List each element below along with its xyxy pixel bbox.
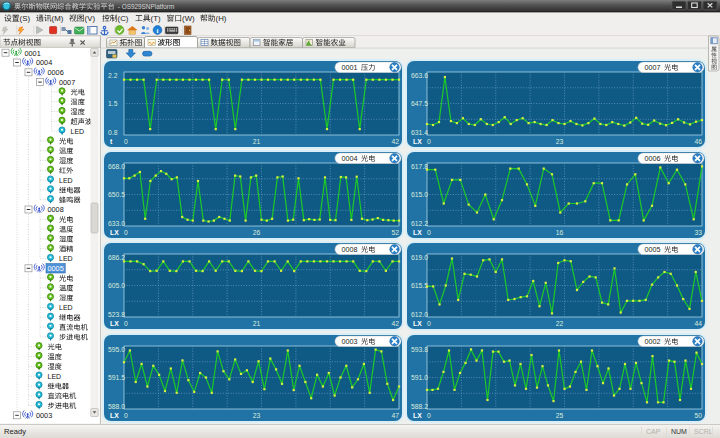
svg-text:0004: 0004 (36, 58, 52, 67)
svg-text:0007: 0007 (59, 78, 75, 87)
svg-text:0.8: 0.8 (108, 129, 118, 136)
svg-text:0008: 0008 (342, 245, 360, 254)
svg-text:0: 0 (427, 138, 431, 145)
svg-text:LX: LX (413, 412, 422, 419)
svg-text:615.0: 615.0 (411, 191, 428, 198)
svg-text:0005: 0005 (48, 264, 64, 273)
svg-text:(T): (T) (151, 14, 161, 23)
svg-text:593.8: 593.8 (411, 346, 428, 353)
svg-text:LX: LX (413, 138, 422, 145)
svg-text:650.5: 650.5 (108, 191, 125, 198)
svg-text:0: 0 (124, 320, 128, 327)
svg-text:668.0: 668.0 (108, 163, 125, 170)
svg-text:(H): (H) (216, 14, 227, 23)
svg-text:612.2: 612.2 (411, 220, 428, 227)
svg-text:21: 21 (253, 138, 261, 145)
svg-text:i: i (157, 27, 159, 35)
svg-text:647.5: 647.5 (411, 100, 428, 107)
svg-text:588.0: 588.0 (108, 403, 125, 410)
svg-text:631.4: 631.4 (411, 129, 428, 136)
svg-text:619.0: 619.0 (411, 254, 428, 261)
svg-text:595.0: 595.0 (108, 346, 125, 353)
svg-text:0: 0 (427, 229, 431, 236)
svg-text:0005: 0005 (645, 245, 663, 254)
svg-text:42: 42 (391, 138, 399, 145)
svg-text:- OS929SNPlatform: - OS929SNPlatform (118, 3, 174, 10)
svg-text:26: 26 (253, 229, 261, 236)
svg-text:605.0: 605.0 (108, 282, 125, 289)
svg-text:46: 46 (694, 138, 702, 145)
svg-text:0: 0 (124, 138, 128, 145)
svg-text:LED: LED (59, 255, 73, 262)
svg-text:LX: LX (413, 229, 422, 236)
svg-text:LED: LED (59, 304, 73, 311)
svg-text:591.5: 591.5 (108, 374, 125, 381)
svg-text:25: 25 (556, 412, 564, 419)
svg-text:0: 0 (427, 320, 431, 327)
svg-text:0006: 0006 (48, 68, 64, 77)
svg-text:0: 0 (124, 229, 128, 236)
svg-text:CAP: CAP (646, 428, 661, 435)
svg-text:663.6: 663.6 (411, 72, 428, 79)
svg-text:2.2: 2.2 (108, 72, 118, 79)
svg-text:16: 16 (556, 229, 564, 236)
svg-text:(M): (M) (52, 14, 64, 23)
svg-text:0003: 0003 (36, 411, 52, 420)
svg-text:591.0: 591.0 (411, 374, 428, 381)
svg-text:0008: 0008 (48, 205, 64, 214)
svg-text:22: 22 (556, 320, 564, 327)
svg-text:33: 33 (694, 229, 702, 236)
svg-text:LED: LED (59, 177, 73, 184)
svg-text:50: 50 (694, 412, 702, 419)
svg-text:23: 23 (556, 138, 564, 145)
svg-text:LED: LED (48, 373, 62, 380)
svg-text:SCRL: SCRL (694, 428, 713, 435)
svg-text:LX: LX (413, 320, 422, 327)
svg-text:0001: 0001 (25, 49, 41, 58)
svg-text:LED: LED (71, 128, 85, 135)
svg-text:523.8: 523.8 (108, 311, 125, 318)
svg-text:LX: LX (110, 229, 119, 236)
svg-text:0: 0 (427, 412, 431, 419)
svg-text:686.2: 686.2 (108, 254, 125, 261)
svg-text:44: 44 (694, 320, 702, 327)
svg-text:52: 52 (391, 229, 399, 236)
svg-text:LX: LX (110, 320, 119, 327)
svg-text:LX: LX (110, 412, 119, 419)
svg-text:(C): (C) (118, 14, 129, 23)
svg-text:588.2: 588.2 (411, 403, 428, 410)
svg-text:42: 42 (391, 320, 399, 327)
svg-text:0007: 0007 (645, 63, 663, 72)
svg-text:(V): (V) (85, 14, 96, 23)
svg-text:(W): (W) (182, 14, 195, 23)
svg-text:Ready: Ready (4, 427, 26, 436)
svg-text:23: 23 (253, 412, 261, 419)
svg-text:(S): (S) (20, 14, 31, 23)
svg-text:47: 47 (391, 412, 399, 419)
svg-text:0006: 0006 (645, 154, 663, 163)
svg-text:612.0: 612.0 (411, 311, 428, 318)
svg-text:21: 21 (253, 320, 261, 327)
svg-text:NUM: NUM (671, 428, 687, 435)
svg-text:0: 0 (124, 412, 128, 419)
svg-text:0002: 0002 (645, 337, 663, 346)
svg-text:617.8: 617.8 (411, 163, 428, 170)
svg-text:0003: 0003 (342, 337, 360, 346)
svg-text:0004: 0004 (342, 154, 360, 163)
svg-text:633.0: 633.0 (108, 220, 125, 227)
svg-text:615.5: 615.5 (411, 282, 428, 289)
svg-text:0001: 0001 (342, 63, 360, 72)
svg-text:1.5: 1.5 (108, 100, 118, 107)
